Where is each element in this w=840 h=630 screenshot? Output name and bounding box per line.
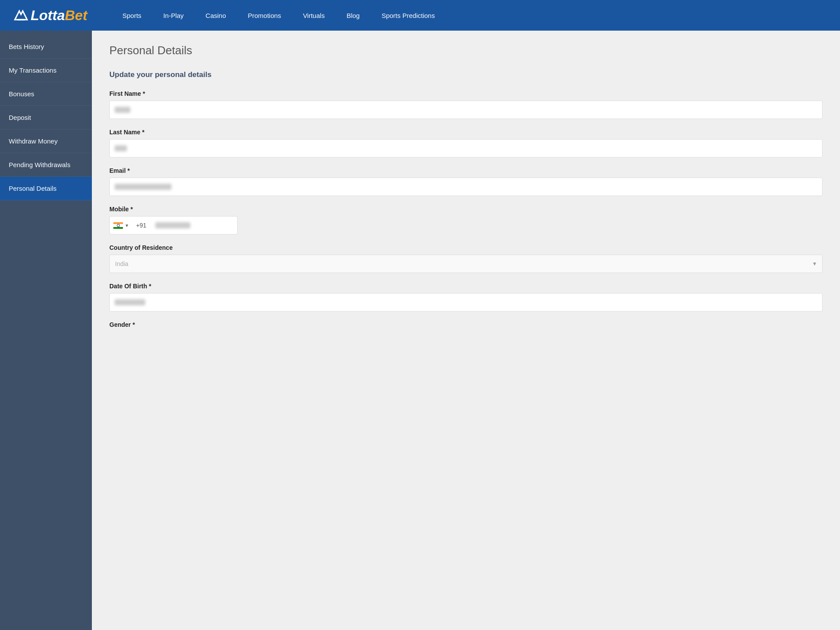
sidebar-item-personal-details[interactable]: Personal Details	[0, 177, 92, 200]
dob-label: Date Of Birth *	[109, 283, 822, 290]
nav-promotions[interactable]: Promotions	[248, 12, 281, 19]
dob-group: Date Of Birth *	[109, 283, 822, 312]
last-name-input[interactable]	[109, 139, 822, 158]
email-blur	[115, 184, 172, 190]
first-name-group: First Name *	[109, 90, 822, 119]
email-input[interactable]	[109, 178, 822, 196]
last-name-label: Last Name *	[109, 129, 822, 136]
country-flag-select[interactable]: ▼	[109, 216, 133, 234]
gender-label: Gender *	[109, 321, 822, 328]
page-layout: Bets History My Transactions Bonuses Dep…	[0, 31, 840, 630]
country-select-wrapper: India ▼	[109, 255, 822, 273]
header: LottaBet Sports In-Play Casino Promotion…	[0, 0, 840, 31]
main-content: Personal Details Update your personal de…	[92, 31, 840, 630]
nav-blog[interactable]: Blog	[346, 12, 360, 19]
gender-group: Gender *	[109, 321, 822, 328]
last-name-blur	[115, 145, 127, 151]
flag-dropdown-arrow: ▼	[125, 223, 129, 228]
logo-icon	[13, 7, 29, 23]
country-group: Country of Residence India ▼	[109, 244, 822, 273]
mobile-prefix: +91	[133, 216, 150, 234]
email-group: Email *	[109, 167, 822, 196]
nav-sports[interactable]: Sports	[122, 12, 141, 19]
logo[interactable]: LottaBet	[13, 7, 88, 24]
main-nav: Sports In-Play Casino Promotions Virtual…	[122, 12, 435, 19]
last-name-group: Last Name *	[109, 129, 822, 158]
mobile-label: Mobile *	[109, 206, 822, 213]
sidebar-item-withdraw-money[interactable]: Withdraw Money	[0, 130, 92, 153]
mobile-group: Mobile * ▼ +91	[109, 206, 822, 234]
india-flag	[113, 222, 123, 229]
sidebar: Bets History My Transactions Bonuses Dep…	[0, 31, 92, 630]
country-label: Country of Residence	[109, 244, 822, 251]
nav-sports-predictions[interactable]: Sports Predictions	[382, 12, 435, 19]
nav-virtuals[interactable]: Virtuals	[303, 12, 325, 19]
logo-bet-text: Bet	[65, 7, 88, 24]
first-name-label: First Name *	[109, 90, 822, 97]
mobile-row: ▼ +91	[109, 216, 822, 234]
sidebar-item-deposit[interactable]: Deposit	[0, 106, 92, 130]
dob-input[interactable]	[109, 293, 822, 312]
page-title: Personal Details	[109, 44, 822, 57]
nav-casino[interactable]: Casino	[206, 12, 226, 19]
email-label: Email *	[109, 167, 822, 174]
logo-lotta-text: Lotta	[31, 7, 65, 24]
first-name-input[interactable]	[109, 101, 822, 119]
dob-blur	[115, 299, 145, 305]
sidebar-item-bets-history[interactable]: Bets History	[0, 35, 92, 59]
country-select[interactable]: India	[109, 255, 822, 273]
first-name-blur	[115, 107, 130, 113]
section-subtitle: Update your personal details	[109, 70, 822, 79]
nav-inplay[interactable]: In-Play	[163, 12, 184, 19]
sidebar-item-my-transactions[interactable]: My Transactions	[0, 59, 92, 82]
sidebar-item-bonuses[interactable]: Bonuses	[0, 82, 92, 106]
sidebar-item-pending-withdrawals[interactable]: Pending Withdrawals	[0, 153, 92, 177]
mobile-blur	[155, 222, 190, 228]
